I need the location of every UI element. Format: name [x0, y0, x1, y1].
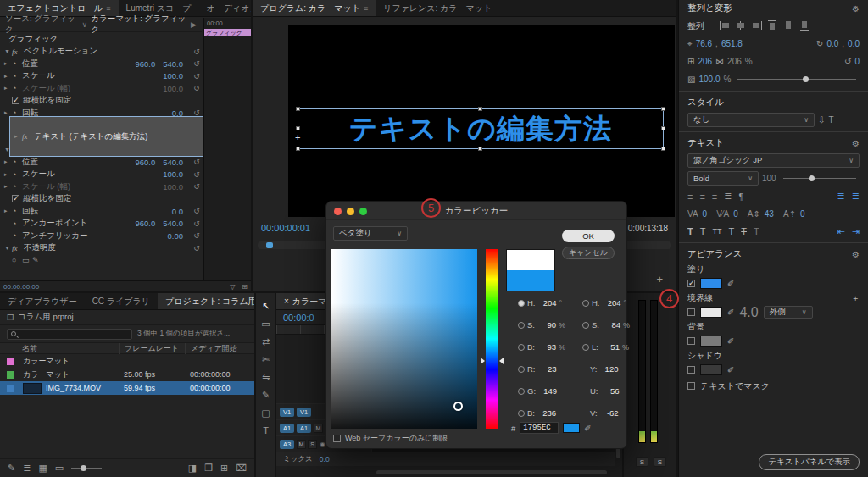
- mask-with-text-checkbox[interactable]: [687, 382, 695, 390]
- handle-bottom-middle[interactable]: [478, 147, 482, 151]
- hex-color-swatch[interactable]: [563, 423, 580, 433]
- playhead-marker[interactable]: [266, 242, 273, 248]
- position-x[interactable]: 76.6: [696, 39, 712, 48]
- hsl-l-radio[interactable]: [582, 344, 589, 351]
- text-justify-icon[interactable]: ≣: [724, 191, 732, 202]
- program-preview[interactable]: テキストの編集方法 +: [288, 25, 675, 217]
- show-text-panel-button[interactable]: テキストパネルで表示: [759, 454, 860, 470]
- effect-row[interactable]: ▸◔回転0.0↺: [0, 205, 203, 218]
- position-y[interactable]: 651.8: [721, 39, 743, 48]
- text-align-left-icon[interactable]: ≡: [687, 191, 693, 202]
- twirl-icon[interactable]: ▸: [4, 158, 12, 165]
- tab-cc-libraries[interactable]: CC ライブラリ: [85, 293, 158, 309]
- scale-y[interactable]: 206: [727, 57, 742, 66]
- ripple-edit-tool[interactable]: ⇄: [262, 336, 270, 347]
- dialog-titlebar[interactable]: カラーピッカー: [326, 202, 626, 220]
- stroke-width[interactable]: 4.0: [739, 305, 758, 320]
- add-button-icon[interactable]: +: [656, 273, 663, 286]
- reset-icon[interactable]: ↺: [190, 72, 203, 80]
- effect-keyframe-lane[interactable]: 00:00 グラフィック: [203, 18, 251, 280]
- effect-checkbox-row[interactable]: 縦横比を固定: [0, 193, 203, 206]
- faux-italic-icon[interactable]: T: [700, 226, 706, 236]
- hue-slider[interactable]: [486, 249, 498, 429]
- saturation-brightness-field[interactable]: [331, 249, 477, 429]
- type-tool[interactable]: T: [263, 425, 269, 435]
- reset-icon[interactable]: ↺: [190, 170, 203, 179]
- handle-top-right[interactable]: [661, 107, 665, 111]
- faux-bold-icon[interactable]: T: [687, 226, 693, 236]
- table-row[interactable]: カラーマット: [0, 354, 254, 368]
- freeform-view-icon[interactable]: ▭: [55, 463, 64, 474]
- twirl-icon[interactable]: ▸: [4, 60, 12, 67]
- opacity-slider[interactable]: [737, 79, 856, 80]
- effect-row[interactable]: ▸◔スケール100.0↺: [0, 70, 203, 83]
- ok-button[interactable]: OK: [562, 230, 615, 242]
- lane-clip-bar[interactable]: グラフィック: [204, 29, 251, 36]
- hsl-h-radio[interactable]: [582, 300, 589, 307]
- stopwatch-icon[interactable]: ◔: [12, 72, 22, 80]
- reset-icon[interactable]: ↺: [190, 231, 203, 240]
- param-value[interactable]: 0.00: [168, 231, 184, 241]
- sync-style-icon[interactable]: T: [828, 115, 833, 125]
- mute-button[interactable]: M: [314, 424, 323, 433]
- superscript-icon[interactable]: T: [754, 226, 760, 236]
- search-input[interactable]: [19, 330, 128, 338]
- search-box[interactable]: [7, 329, 132, 340]
- slip-tool[interactable]: ⇋: [262, 372, 270, 383]
- hand-tool[interactable]: ▢: [261, 408, 270, 419]
- background-checkbox[interactable]: [687, 337, 695, 345]
- cancel-button[interactable]: キャンセル: [562, 247, 615, 259]
- project-breadcrumb[interactable]: ❒ コラム用.prproj: [0, 310, 254, 325]
- rotate-value[interactable]: 0: [854, 57, 860, 66]
- reset-icon[interactable]: ↺: [190, 207, 203, 215]
- reset-icon[interactable]: ↺: [190, 219, 203, 228]
- opacity-slider-knob[interactable]: [803, 76, 809, 82]
- background-swatch[interactable]: [700, 336, 722, 347]
- text-align-right-icon[interactable]: ≡: [712, 191, 717, 202]
- stopwatch-icon[interactable]: ◔: [12, 207, 22, 215]
- h-radio[interactable]: [518, 300, 525, 307]
- twirl-icon[interactable]: ▸: [14, 133, 22, 140]
- label-color-chip[interactable]: [7, 371, 14, 379]
- twirl-icon[interactable]: ▸: [4, 73, 12, 80]
- tab-media-browser[interactable]: ディアブラウザー: [0, 293, 85, 309]
- opacity-value[interactable]: 100.0: [698, 75, 720, 84]
- track-target-badge[interactable]: V1: [297, 408, 311, 417]
- audio-mix-row[interactable]: ミックス 0.0: [276, 452, 615, 466]
- writable-icon[interactable]: ✎: [8, 463, 15, 474]
- text-align-center-icon[interactable]: ≡: [699, 191, 704, 202]
- column-media-start[interactable]: メディア開始: [185, 343, 254, 354]
- text-selection-box[interactable]: テキストの編集方法 +: [298, 108, 664, 149]
- twirl-icon[interactable]: ▸: [4, 208, 12, 214]
- close-icon[interactable]: ×: [284, 297, 289, 306]
- source-patch-badge[interactable]: A1: [280, 424, 294, 433]
- eyedropper-icon[interactable]: ✐: [727, 365, 734, 374]
- font-size-slider-knob[interactable]: [809, 175, 815, 181]
- all-caps-icon[interactable]: TT: [712, 227, 721, 236]
- stopwatch-icon[interactable]: ◔: [12, 231, 22, 240]
- underline-icon[interactable]: T: [728, 226, 734, 236]
- align-left-icon[interactable]: [720, 20, 730, 31]
- stroke-swatch[interactable]: [700, 307, 722, 318]
- paragraph-icon[interactable]: ¶: [738, 191, 743, 202]
- label-color-chip[interactable]: [7, 358, 14, 365]
- tab-project[interactable]: プロジェクト: コラム用≡: [158, 293, 254, 309]
- automate-to-sequence-icon[interactable]: ◨: [188, 463, 197, 474]
- handle-middle-right[interactable]: [661, 126, 665, 130]
- rotation-b[interactable]: 0.0: [848, 39, 860, 48]
- twirl-icon[interactable]: ▼: [4, 245, 12, 251]
- param-value[interactable]: 540.0: [163, 158, 183, 167]
- tab-reference[interactable]: リファレンス: カラーマット: [376, 0, 499, 16]
- effect-row[interactable]: ▼fx不透明度↺: [0, 242, 203, 255]
- zoom-slider[interactable]: [71, 468, 102, 469]
- program-timecode[interactable]: 00:00:00:01: [261, 223, 310, 233]
- text-direction-horizontal-icon[interactable]: ≣: [837, 191, 845, 202]
- hsl-s-radio[interactable]: [582, 322, 589, 329]
- zoom-window-icon[interactable]: [359, 208, 367, 215]
- pen-mask-icon[interactable]: ✎: [32, 256, 42, 264]
- chevron-down-icon[interactable]: ∨: [82, 20, 88, 29]
- effect-row[interactable]: ▸◔位置960.0540.0↺: [0, 156, 203, 169]
- tab-program[interactable]: プログラム: カラーマット≡: [253, 0, 376, 16]
- effect-row[interactable]: ▸◔スケール100.0↺: [0, 169, 203, 181]
- strikethrough-icon[interactable]: T: [741, 226, 747, 236]
